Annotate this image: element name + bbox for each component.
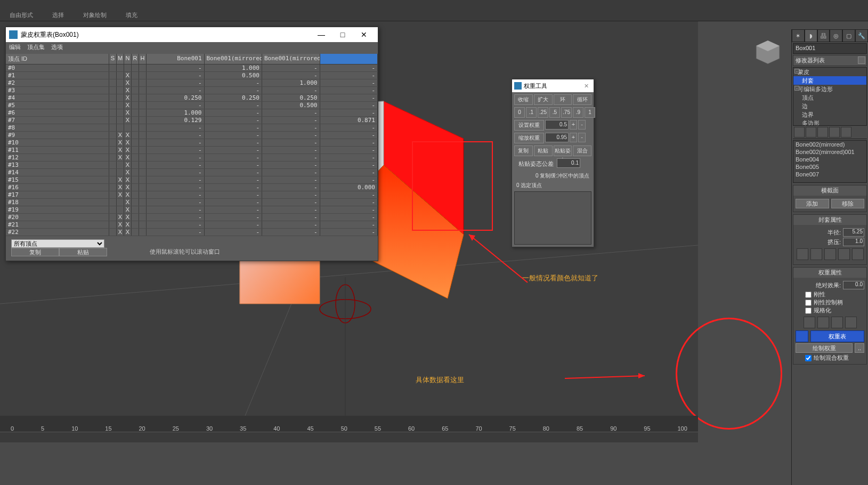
bones-list[interactable]: Bone002(mirrored)Bone002(mirrored)001Bon… bbox=[793, 140, 867, 183]
normalize-checkbox[interactable] bbox=[805, 308, 812, 314]
menu-vertex-set[interactable]: 顶点集 bbox=[27, 43, 45, 53]
rollout-title[interactable]: 封套属性 bbox=[793, 215, 866, 225]
wrench-icon[interactable] bbox=[796, 330, 808, 342]
rigid-handle-checkbox[interactable] bbox=[805, 300, 812, 306]
tool-icon[interactable] bbox=[852, 248, 864, 260]
preset-9[interactable]: .9 bbox=[573, 107, 583, 118]
col-flag-r[interactable]: R bbox=[132, 54, 139, 64]
scale-weight-button[interactable]: 缩放权重 bbox=[514, 133, 544, 143]
table-row[interactable]: #8---- bbox=[6, 124, 378, 132]
table-row[interactable]: #2X--1.000- bbox=[6, 79, 378, 87]
weight-tool-icon[interactable] bbox=[804, 317, 815, 328]
table-row[interactable]: #18X---- bbox=[6, 199, 378, 206]
col-flag-m[interactable]: M bbox=[117, 54, 124, 64]
list-item[interactable]: Bone005 bbox=[793, 163, 866, 171]
configure-sets-icon[interactable] bbox=[841, 127, 851, 138]
close-icon[interactable]: ✕ bbox=[581, 83, 591, 90]
preset-5[interactable]: .5 bbox=[549, 107, 560, 118]
preset-75[interactable]: .75 bbox=[561, 107, 572, 118]
object-name-field[interactable]: Box001 bbox=[793, 43, 867, 54]
weight-plus[interactable]: + bbox=[570, 120, 577, 130]
col-bone-0[interactable]: Bone001 bbox=[147, 54, 205, 64]
tab-utilities[interactable]: 🔧 bbox=[855, 29, 868, 42]
scale-plus[interactable]: + bbox=[570, 133, 577, 142]
menu-object-paint[interactable]: 对象绘制 bbox=[74, 9, 116, 21]
modifier-item[interactable]: -可编辑多边形 bbox=[793, 85, 866, 93]
table-row[interactable]: #1X-0.500-- bbox=[6, 72, 378, 79]
squash-spinner[interactable]: 1.0 bbox=[843, 238, 864, 246]
tab-modify[interactable]: ◗ bbox=[805, 29, 817, 42]
menu-edit[interactable]: 编辑 bbox=[9, 43, 21, 53]
modifier-item[interactable]: -蒙皮 bbox=[793, 68, 866, 76]
dialog-titlebar[interactable]: 蒙皮权重表(Box001) — □ ✕ bbox=[6, 27, 378, 42]
weight-tool-icon[interactable] bbox=[831, 317, 843, 328]
table-row[interactable]: #22XX---- bbox=[6, 229, 378, 236]
weight-table-button[interactable]: 权重表 bbox=[810, 330, 864, 342]
weight-table-body[interactable]: #0-1.000--#1X-0.500--#2X--1.000-#3X----#… bbox=[6, 64, 378, 240]
table-row[interactable]: #14X---- bbox=[6, 169, 378, 176]
preset-1[interactable]: .1 bbox=[526, 107, 537, 118]
tool-icon[interactable] bbox=[810, 248, 822, 260]
paste-pose-button[interactable]: 粘贴姿态 bbox=[554, 146, 572, 156]
table-row[interactable]: #0-1.000-- bbox=[6, 64, 378, 72]
close-button[interactable]: ✕ bbox=[353, 30, 375, 39]
col-flag-s[interactable]: S bbox=[109, 54, 117, 64]
paste-button[interactable]: 粘贴 bbox=[59, 248, 107, 256]
menu-select[interactable]: 选择 bbox=[43, 9, 74, 21]
col-bone-2[interactable]: Bone001(mirrored)001 bbox=[262, 54, 320, 64]
modifier-item[interactable]: 多边形 bbox=[793, 119, 866, 126]
table-row[interactable]: #6X1.000--- bbox=[6, 109, 378, 117]
tool-icon[interactable] bbox=[824, 248, 836, 260]
paint-blend-checkbox[interactable] bbox=[805, 355, 812, 361]
scale-minus[interactable]: - bbox=[578, 133, 586, 142]
ring-button[interactable]: 环 bbox=[554, 94, 572, 105]
scale-weight-value[interactable]: 0.95 bbox=[545, 133, 569, 142]
col-bone-3[interactable] bbox=[320, 54, 378, 64]
tool-icon[interactable] bbox=[797, 248, 808, 260]
vertex-filter-select[interactable]: 所有顶点 bbox=[11, 239, 104, 248]
menu-freeform[interactable]: 自由形式 bbox=[0, 9, 43, 21]
table-row[interactable]: #17XX---- bbox=[6, 191, 378, 199]
col-vertex-id[interactable]: 顶点 ID bbox=[6, 54, 109, 64]
shrink-button[interactable]: 收缩 bbox=[514, 94, 533, 105]
weight-minus[interactable]: - bbox=[578, 120, 586, 130]
copy-button[interactable]: 复制 bbox=[11, 248, 59, 256]
table-row[interactable]: #16XX---0.000 bbox=[6, 184, 378, 191]
menu-options[interactable]: 选项 bbox=[51, 43, 63, 53]
modifier-item[interactable]: 封套 bbox=[793, 76, 866, 85]
col-flag-h[interactable]: H bbox=[139, 54, 147, 64]
modifier-list-dropdown[interactable]: 修改器列表 bbox=[793, 55, 867, 66]
minimize-button[interactable]: — bbox=[311, 30, 332, 39]
paste-tol-value[interactable]: 0.1 bbox=[557, 158, 580, 168]
selected-verts-list[interactable] bbox=[514, 191, 591, 245]
table-row[interactable]: #3X---- bbox=[6, 87, 378, 94]
remove-button[interactable]: 移除 bbox=[831, 199, 865, 208]
table-row[interactable]: #12XX---- bbox=[6, 154, 378, 161]
modifier-item[interactable]: 边界 bbox=[793, 110, 866, 119]
timeline[interactable]: 0510152025303540455055606570758085909510… bbox=[0, 416, 698, 432]
make-unique-icon[interactable] bbox=[817, 127, 828, 138]
paint-options-button[interactable]: .. bbox=[855, 343, 864, 353]
remove-modifier-icon[interactable] bbox=[829, 127, 840, 138]
table-row[interactable]: #20XX---- bbox=[6, 214, 378, 221]
modifier-stack[interactable]: -蒙皮封套-可编辑多边形顶点边边界多边形元素 bbox=[793, 67, 867, 126]
tool-icon[interactable] bbox=[838, 248, 850, 260]
radius-spinner[interactable]: 5.25 bbox=[843, 228, 864, 237]
wtool-titlebar[interactable]: 权重工具 ✕ bbox=[512, 79, 594, 92]
table-row[interactable]: #4X0.2500.2500.250- bbox=[6, 94, 378, 102]
set-weight-value[interactable]: 0.5 bbox=[545, 120, 569, 130]
add-button[interactable]: 添加 bbox=[796, 199, 829, 208]
viewcube[interactable] bbox=[753, 37, 783, 67]
copy-button[interactable]: 复制 bbox=[514, 146, 533, 156]
tab-hierarchy[interactable]: 品 bbox=[817, 29, 830, 42]
table-row[interactable]: #9XX---- bbox=[6, 132, 378, 139]
grow-button[interactable]: 扩大 bbox=[534, 94, 553, 105]
list-item[interactable]: Bone002(mirrored) bbox=[793, 141, 866, 148]
weight-tool-icon[interactable] bbox=[845, 317, 857, 328]
preset-0[interactable]: 0 bbox=[514, 107, 525, 118]
table-row[interactable]: #5X--0.500- bbox=[6, 102, 378, 109]
preset-10[interactable]: 1 bbox=[585, 107, 595, 118]
paste-button[interactable]: 粘贴 bbox=[534, 146, 553, 156]
tab-display[interactable]: ▢ bbox=[842, 29, 855, 42]
rigid-checkbox[interactable] bbox=[805, 292, 812, 298]
